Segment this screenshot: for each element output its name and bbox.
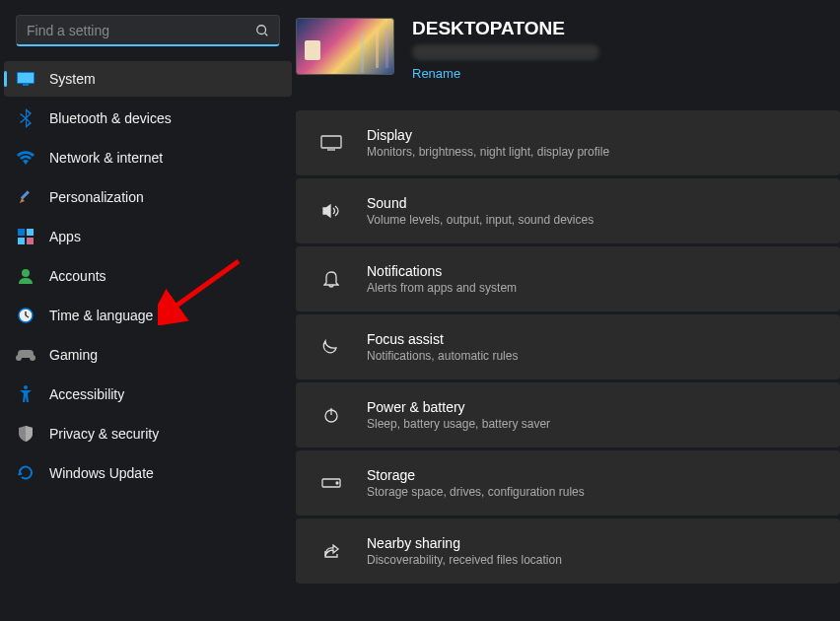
rename-link[interactable]: Rename	[412, 66, 599, 81]
svg-rect-5	[21, 190, 30, 199]
sound-icon	[319, 203, 343, 219]
svg-rect-7	[27, 229, 34, 236]
search-box[interactable]	[16, 15, 280, 46]
update-icon	[16, 463, 35, 483]
sidebar-item-gaming[interactable]: Gaming	[4, 337, 292, 373]
settings-card-bell[interactable]: NotificationsAlerts from apps and system	[296, 246, 840, 311]
wifi-icon	[16, 148, 35, 168]
sidebar-item-label: Privacy & security	[49, 426, 159, 442]
svg-rect-9	[27, 238, 34, 244]
power-icon	[319, 407, 343, 423]
settings-card-storage[interactable]: StorageStorage space, drives, configurat…	[296, 450, 840, 516]
card-title: Power & battery	[367, 399, 550, 415]
card-title: Notifications	[367, 263, 517, 279]
sidebar-item-label: Accessibility	[49, 386, 124, 402]
svg-point-24	[336, 482, 338, 484]
account-icon	[16, 266, 35, 286]
bluetooth-icon	[16, 108, 35, 128]
main-content: DESKTOPATONE Rename DisplayMonitors, bri…	[296, 0, 840, 621]
card-subtitle: Volume levels, output, input, sound devi…	[367, 213, 594, 227]
settings-card-moon[interactable]: Focus assistNotifications, automatic rul…	[296, 314, 840, 380]
sidebar-item-label: Apps	[49, 229, 81, 244]
card-subtitle: Storage space, drives, configuration rul…	[367, 485, 585, 499]
sidebar-item-wifi[interactable]: Network & internet	[4, 140, 292, 175]
card-subtitle: Monitors, brightness, night light, displ…	[367, 145, 609, 159]
desktop-wallpaper-thumbnail	[296, 18, 394, 75]
gaming-icon	[16, 345, 35, 365]
svg-rect-4	[23, 84, 29, 86]
sidebar-item-apps[interactable]: Apps	[4, 219, 292, 254]
settings-card-sound[interactable]: SoundVolume levels, output, input, sound…	[296, 178, 840, 243]
sidebar-item-label: Accounts	[49, 268, 106, 284]
brush-icon	[16, 187, 35, 207]
computer-name: DESKTOPATONE	[412, 18, 599, 39]
sidebar-item-accessibility[interactable]: Accessibility	[4, 377, 292, 412]
card-title: Storage	[367, 467, 585, 483]
card-subtitle: Alerts from apps and system	[367, 281, 517, 295]
sidebar-item-label: Gaming	[49, 347, 98, 363]
search-icon	[255, 24, 269, 37]
storage-icon	[319, 478, 343, 488]
svg-line-1	[265, 33, 268, 35]
sidebar-item-system[interactable]: System	[4, 61, 292, 97]
card-title: Sound	[367, 195, 594, 211]
svg-point-18	[24, 385, 28, 389]
card-subtitle: Discoverability, received files location	[367, 553, 562, 567]
settings-card-power[interactable]: Power & batterySleep, battery usage, bat…	[296, 382, 840, 448]
settings-card-share[interactable]: Nearby sharingDiscoverability, received …	[296, 518, 840, 584]
bell-icon	[319, 270, 343, 288]
svg-point-17	[30, 355, 35, 361]
system-header: DESKTOPATONE Rename	[296, 18, 840, 110]
svg-rect-8	[18, 238, 25, 244]
settings-card-display[interactable]: DisplayMonitors, brightness, night light…	[296, 110, 840, 175]
display-icon	[319, 135, 343, 151]
svg-rect-19	[321, 136, 341, 148]
sidebar-item-label: Time & language	[49, 308, 153, 323]
apps-icon	[16, 227, 35, 246]
svg-point-16	[16, 355, 22, 361]
card-subtitle: Notifications, automatic rules	[367, 349, 518, 363]
sidebar-item-label: Bluetooth & devices	[49, 110, 172, 126]
sidebar-item-update[interactable]: Windows Update	[4, 455, 292, 491]
svg-rect-6	[18, 229, 25, 236]
share-icon	[319, 542, 343, 560]
sidebar-item-account[interactable]: Accounts	[4, 258, 292, 294]
svg-point-10	[22, 269, 30, 277]
search-input[interactable]	[27, 23, 255, 38]
svg-rect-3	[18, 73, 34, 83]
sidebar-item-label: Windows Update	[49, 465, 154, 481]
card-subtitle: Sleep, battery usage, battery saver	[367, 417, 550, 431]
sidebar-item-label: Personalization	[49, 189, 144, 205]
nav-list: SystemBluetooth & devicesNetwork & inter…	[4, 61, 292, 491]
settings-card-list: DisplayMonitors, brightness, night light…	[296, 110, 840, 584]
shield-icon	[16, 424, 35, 444]
card-title: Display	[367, 127, 609, 143]
card-title: Nearby sharing	[367, 535, 562, 551]
moon-icon	[319, 338, 343, 356]
sidebar-item-label: Network & internet	[49, 150, 163, 166]
card-title: Focus assist	[367, 331, 518, 347]
sidebar: SystemBluetooth & devicesNetwork & inter…	[0, 0, 296, 621]
computer-spec-redacted	[412, 44, 599, 60]
system-icon	[16, 69, 35, 89]
clock-icon	[16, 306, 35, 325]
sidebar-item-label: System	[49, 71, 96, 87]
svg-point-0	[257, 25, 266, 34]
sidebar-item-shield[interactable]: Privacy & security	[4, 416, 292, 451]
sidebar-item-bluetooth[interactable]: Bluetooth & devices	[4, 101, 292, 136]
sidebar-item-brush[interactable]: Personalization	[4, 179, 292, 215]
accessibility-icon	[16, 384, 35, 404]
sidebar-item-clock[interactable]: Time & language	[4, 298, 292, 333]
